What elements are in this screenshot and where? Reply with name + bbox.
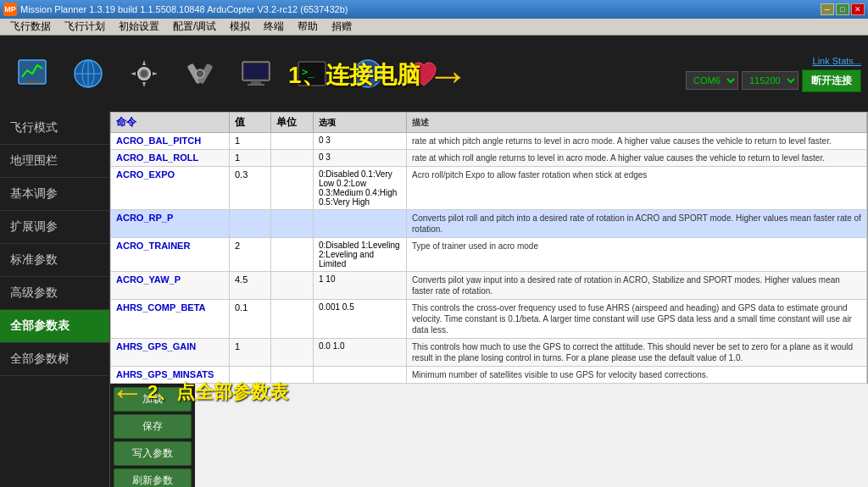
menu-init-setup[interactable]: 初始设置 — [112, 18, 166, 36]
map-icon — [71, 57, 105, 91]
connect-area: Link Stats... COM6 115200 断开连接 — [679, 53, 868, 96]
col-desc: 描述 — [407, 113, 867, 133]
menu-flight-plan[interactable]: 飞行计划 — [58, 18, 112, 36]
svg-rect-1 — [24, 80, 41, 83]
sidebar-item-geofence[interactable]: 地理围栏 — [0, 145, 109, 178]
menu-help[interactable]: 帮助 — [291, 18, 325, 36]
table-row[interactable]: ACRO_BAL_PITCH 0 3 rate at which pitch a… — [111, 133, 867, 150]
main-wrapper: 飞行模式 地理围栏 基本调参 扩展调参 标准参数 高级参数 全部参数表 全部参数… — [0, 112, 868, 487]
menu-sim[interactable]: 模拟 — [223, 18, 257, 36]
param-val[interactable] — [230, 210, 271, 238]
svg-rect-13 — [251, 80, 261, 84]
param-cmd: ACRO_BAL_PITCH — [111, 133, 230, 150]
flight-data-icon — [15, 57, 49, 91]
annotation2: ← 2、点全部参数表 — [110, 254, 288, 487]
svg-rect-12 — [244, 64, 268, 79]
param-opt: 0 3 — [314, 133, 407, 150]
toolbar-flight-data[interactable] — [7, 45, 58, 102]
tools-icon — [183, 57, 217, 91]
toolbar-monitor[interactable] — [231, 45, 281, 102]
param-opt: 1 10 — [314, 272, 407, 300]
app-icon: MP — [3, 3, 17, 16]
param-opt: 0:Disabled 1:Leveling 2:Leveling and Lim… — [314, 238, 407, 272]
window-controls: ─ □ ✕ — [821, 3, 865, 15]
param-val[interactable] — [230, 167, 271, 210]
col-val: 值 — [230, 113, 271, 133]
param-desc: Minimum number of satellites visible to … — [407, 367, 867, 384]
param-opt — [314, 210, 407, 238]
param-unit — [271, 167, 314, 210]
close-button[interactable]: ✕ — [851, 3, 865, 15]
monitor-icon — [239, 57, 273, 91]
svg-point-7 — [141, 70, 147, 77]
table-row[interactable]: ACRO_BAL_ROLL 0 3 rate at which roll ang… — [111, 150, 867, 167]
menu-terminal[interactable]: 终端 — [257, 18, 291, 36]
param-cmd: ACRO_EXPO — [111, 167, 230, 210]
menu-flight-data[interactable]: 飞行数据 — [3, 18, 58, 36]
connect-row-controls: COM6 115200 断开连接 — [686, 69, 861, 92]
param-unit — [271, 210, 314, 238]
svg-rect-0 — [19, 60, 46, 84]
sidebar-item-flight-mode[interactable]: 飞行模式 — [0, 112, 109, 145]
table-row[interactable]: ACRO_RP_P Converts pilot roll and pitch … — [111, 210, 867, 238]
param-opt — [314, 367, 407, 384]
param-val[interactable] — [230, 150, 271, 167]
annotation1-text: 1、连接电脑 — [288, 59, 420, 91]
param-desc: Converts pilot yaw input into a desired … — [407, 272, 867, 300]
annotation2-text: 2、点全部参数表 — [147, 379, 288, 405]
param-desc: Acro roll/pitch Expo to allow faster rot… — [407, 167, 867, 210]
config-icon — [127, 57, 161, 91]
menu-config[interactable]: 配置/调试 — [166, 18, 223, 36]
param-desc: rate at which pitch angle returns to lev… — [407, 133, 867, 150]
maximize-button[interactable]: □ — [836, 3, 849, 15]
toolbar-config[interactable] — [119, 45, 170, 102]
toolbar-area: >_ ? 1、连接电脑 → — [0, 36, 868, 112]
annotation1: 1、连接电脑 → — [288, 51, 470, 100]
svg-point-10 — [196, 69, 204, 78]
table-row[interactable]: ACRO_EXPO 0:Disabled 0.1:Very Low 0.2:Lo… — [111, 167, 867, 210]
col-opt: 选项 — [314, 113, 407, 133]
link-stats-button[interactable]: Link Stats... — [813, 56, 861, 66]
param-opt: 0:Disabled 0.1:Very Low 0.2:Low 0.3:Medi… — [314, 167, 407, 210]
titlebar: MP Mission Planner 1.3.19 build 1.1.5508… — [0, 0, 868, 19]
baud-rate-select[interactable]: 115200 — [742, 71, 798, 90]
param-opt: 0.001 0.5 — [314, 300, 407, 339]
param-desc: Type of trainer used in acro mode — [407, 238, 867, 272]
toolbar-map[interactable] — [63, 45, 114, 102]
svg-rect-14 — [248, 84, 264, 86]
param-desc: This controls the cross-over frequency u… — [407, 300, 867, 339]
connect-button[interactable]: 断开连接 — [802, 69, 861, 92]
sidebar-item-std-params[interactable]: 标准参数 — [0, 244, 109, 277]
sidebar-item-basic-tuning[interactable]: 基本调参 — [0, 178, 109, 211]
param-unit — [271, 150, 314, 167]
minimize-button[interactable]: ─ — [821, 3, 834, 15]
param-unit — [271, 133, 314, 150]
param-opt: 0.0 1.0 — [314, 339, 407, 367]
sidebar-item-ext-tuning[interactable]: 扩展调参 — [0, 211, 109, 244]
toolbar-tools[interactable] — [175, 45, 225, 102]
param-cmd: ACRO_BAL_ROLL — [111, 150, 230, 167]
menu-donate[interactable]: 捐赠 — [325, 18, 359, 36]
param-desc: rate at which roll angle returns to leve… — [407, 150, 867, 167]
connect-row-top: Link Stats... — [813, 56, 861, 66]
col-unit: 单位 — [271, 113, 314, 133]
param-val[interactable] — [230, 133, 271, 150]
sidebar-item-all-params[interactable]: 全部参数表 — [0, 310, 109, 343]
com-port-select[interactable]: COM6 — [686, 71, 738, 90]
sidebar-item-all-params-tree[interactable]: 全部参数树 — [0, 343, 109, 376]
param-cmd: ACRO_RP_P — [111, 210, 230, 238]
param-desc: This controls how much to use the GPS to… — [407, 339, 867, 367]
menubar: 飞行数据 飞行计划 初始设置 配置/调试 模拟 终端 帮助 捐赠 — [0, 19, 868, 36]
param-desc: Converts pilot roll and pitch into a des… — [407, 210, 867, 238]
param-opt: 0 3 — [314, 150, 407, 167]
window-title: Mission Planner 1.3.19 build 1.1.5508.10… — [20, 4, 821, 14]
sidebar: 飞行模式 地理围栏 基本调参 扩展调参 标准参数 高级参数 全部参数表 全部参数… — [0, 112, 110, 487]
col-cmd: 命令 — [111, 113, 230, 133]
sidebar-item-adv-params[interactable]: 高级参数 — [0, 277, 109, 310]
